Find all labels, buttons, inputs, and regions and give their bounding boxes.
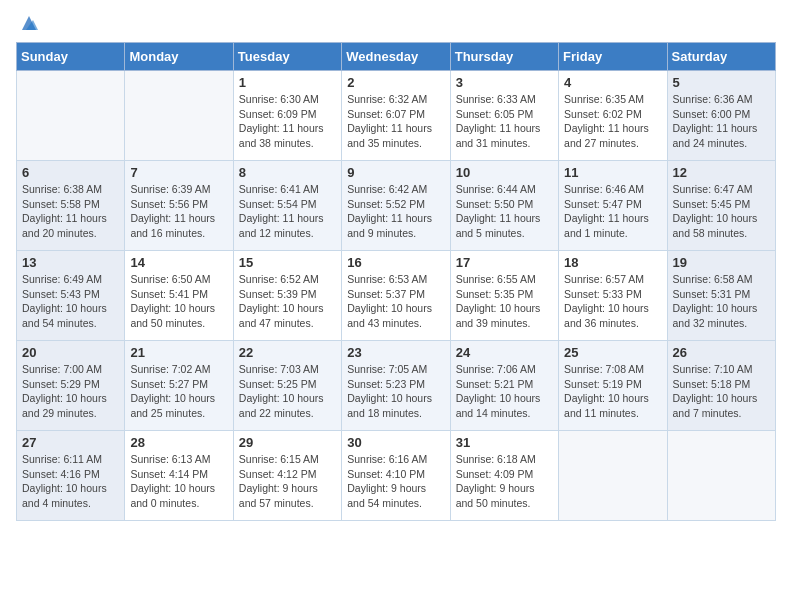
day-number: 14 xyxy=(130,255,227,270)
calendar-week-row: 20Sunrise: 7:00 AM Sunset: 5:29 PM Dayli… xyxy=(17,341,776,431)
calendar-cell: 5Sunrise: 6:36 AM Sunset: 6:00 PM Daylig… xyxy=(667,71,775,161)
day-number: 21 xyxy=(130,345,227,360)
calendar-cell: 17Sunrise: 6:55 AM Sunset: 5:35 PM Dayli… xyxy=(450,251,558,341)
day-info: Sunrise: 6:42 AM Sunset: 5:52 PM Dayligh… xyxy=(347,182,444,241)
calendar-cell: 13Sunrise: 6:49 AM Sunset: 5:43 PM Dayli… xyxy=(17,251,125,341)
day-info: Sunrise: 6:18 AM Sunset: 4:09 PM Dayligh… xyxy=(456,452,553,511)
day-info: Sunrise: 6:47 AM Sunset: 5:45 PM Dayligh… xyxy=(673,182,770,241)
day-info: Sunrise: 6:15 AM Sunset: 4:12 PM Dayligh… xyxy=(239,452,336,511)
calendar-cell: 3Sunrise: 6:33 AM Sunset: 6:05 PM Daylig… xyxy=(450,71,558,161)
calendar-cell: 7Sunrise: 6:39 AM Sunset: 5:56 PM Daylig… xyxy=(125,161,233,251)
calendar-cell: 20Sunrise: 7:00 AM Sunset: 5:29 PM Dayli… xyxy=(17,341,125,431)
day-number: 2 xyxy=(347,75,444,90)
day-info: Sunrise: 6:33 AM Sunset: 6:05 PM Dayligh… xyxy=(456,92,553,151)
calendar-cell: 27Sunrise: 6:11 AM Sunset: 4:16 PM Dayli… xyxy=(17,431,125,521)
calendar-cell: 18Sunrise: 6:57 AM Sunset: 5:33 PM Dayli… xyxy=(559,251,667,341)
day-info: Sunrise: 6:16 AM Sunset: 4:10 PM Dayligh… xyxy=(347,452,444,511)
calendar-cell xyxy=(667,431,775,521)
day-number: 4 xyxy=(564,75,661,90)
day-number: 7 xyxy=(130,165,227,180)
day-of-week-header: Tuesday xyxy=(233,43,341,71)
day-number: 1 xyxy=(239,75,336,90)
calendar-cell: 25Sunrise: 7:08 AM Sunset: 5:19 PM Dayli… xyxy=(559,341,667,431)
day-number: 17 xyxy=(456,255,553,270)
day-info: Sunrise: 7:02 AM Sunset: 5:27 PM Dayligh… xyxy=(130,362,227,421)
day-number: 5 xyxy=(673,75,770,90)
day-info: Sunrise: 6:55 AM Sunset: 5:35 PM Dayligh… xyxy=(456,272,553,331)
day-of-week-header: Wednesday xyxy=(342,43,450,71)
calendar-cell: 31Sunrise: 6:18 AM Sunset: 4:09 PM Dayli… xyxy=(450,431,558,521)
calendar-week-row: 13Sunrise: 6:49 AM Sunset: 5:43 PM Dayli… xyxy=(17,251,776,341)
calendar-cell: 2Sunrise: 6:32 AM Sunset: 6:07 PM Daylig… xyxy=(342,71,450,161)
calendar-cell: 16Sunrise: 6:53 AM Sunset: 5:37 PM Dayli… xyxy=(342,251,450,341)
day-number: 23 xyxy=(347,345,444,360)
calendar-cell: 8Sunrise: 6:41 AM Sunset: 5:54 PM Daylig… xyxy=(233,161,341,251)
calendar-cell: 23Sunrise: 7:05 AM Sunset: 5:23 PM Dayli… xyxy=(342,341,450,431)
day-info: Sunrise: 6:35 AM Sunset: 6:02 PM Dayligh… xyxy=(564,92,661,151)
day-info: Sunrise: 6:52 AM Sunset: 5:39 PM Dayligh… xyxy=(239,272,336,331)
calendar-cell: 11Sunrise: 6:46 AM Sunset: 5:47 PM Dayli… xyxy=(559,161,667,251)
calendar-cell: 6Sunrise: 6:38 AM Sunset: 5:58 PM Daylig… xyxy=(17,161,125,251)
calendar-cell: 26Sunrise: 7:10 AM Sunset: 5:18 PM Dayli… xyxy=(667,341,775,431)
day-number: 13 xyxy=(22,255,119,270)
calendar-cell: 29Sunrise: 6:15 AM Sunset: 4:12 PM Dayli… xyxy=(233,431,341,521)
calendar-cell: 19Sunrise: 6:58 AM Sunset: 5:31 PM Dayli… xyxy=(667,251,775,341)
calendar-cell xyxy=(125,71,233,161)
day-info: Sunrise: 6:39 AM Sunset: 5:56 PM Dayligh… xyxy=(130,182,227,241)
day-info: Sunrise: 6:13 AM Sunset: 4:14 PM Dayligh… xyxy=(130,452,227,511)
calendar-cell: 1Sunrise: 6:30 AM Sunset: 6:09 PM Daylig… xyxy=(233,71,341,161)
day-info: Sunrise: 6:49 AM Sunset: 5:43 PM Dayligh… xyxy=(22,272,119,331)
calendar-cell xyxy=(559,431,667,521)
day-info: Sunrise: 7:00 AM Sunset: 5:29 PM Dayligh… xyxy=(22,362,119,421)
calendar-cell: 10Sunrise: 6:44 AM Sunset: 5:50 PM Dayli… xyxy=(450,161,558,251)
day-info: Sunrise: 7:05 AM Sunset: 5:23 PM Dayligh… xyxy=(347,362,444,421)
day-info: Sunrise: 6:53 AM Sunset: 5:37 PM Dayligh… xyxy=(347,272,444,331)
day-number: 9 xyxy=(347,165,444,180)
calendar-cell: 12Sunrise: 6:47 AM Sunset: 5:45 PM Dayli… xyxy=(667,161,775,251)
calendar-cell: 22Sunrise: 7:03 AM Sunset: 5:25 PM Dayli… xyxy=(233,341,341,431)
day-number: 31 xyxy=(456,435,553,450)
day-info: Sunrise: 6:30 AM Sunset: 6:09 PM Dayligh… xyxy=(239,92,336,151)
day-number: 19 xyxy=(673,255,770,270)
day-of-week-header: Monday xyxy=(125,43,233,71)
logo xyxy=(16,16,40,34)
day-info: Sunrise: 6:32 AM Sunset: 6:07 PM Dayligh… xyxy=(347,92,444,151)
calendar-cell: 28Sunrise: 6:13 AM Sunset: 4:14 PM Dayli… xyxy=(125,431,233,521)
day-number: 20 xyxy=(22,345,119,360)
day-info: Sunrise: 7:03 AM Sunset: 5:25 PM Dayligh… xyxy=(239,362,336,421)
day-number: 27 xyxy=(22,435,119,450)
day-number: 15 xyxy=(239,255,336,270)
calendar-cell: 4Sunrise: 6:35 AM Sunset: 6:02 PM Daylig… xyxy=(559,71,667,161)
day-number: 25 xyxy=(564,345,661,360)
day-info: Sunrise: 7:06 AM Sunset: 5:21 PM Dayligh… xyxy=(456,362,553,421)
calendar-cell: 15Sunrise: 6:52 AM Sunset: 5:39 PM Dayli… xyxy=(233,251,341,341)
day-info: Sunrise: 6:41 AM Sunset: 5:54 PM Dayligh… xyxy=(239,182,336,241)
logo-icon xyxy=(18,12,40,34)
day-number: 26 xyxy=(673,345,770,360)
day-number: 29 xyxy=(239,435,336,450)
day-number: 22 xyxy=(239,345,336,360)
day-number: 6 xyxy=(22,165,119,180)
day-number: 8 xyxy=(239,165,336,180)
day-of-week-header: Friday xyxy=(559,43,667,71)
day-info: Sunrise: 6:57 AM Sunset: 5:33 PM Dayligh… xyxy=(564,272,661,331)
day-info: Sunrise: 6:11 AM Sunset: 4:16 PM Dayligh… xyxy=(22,452,119,511)
calendar-week-row: 6Sunrise: 6:38 AM Sunset: 5:58 PM Daylig… xyxy=(17,161,776,251)
day-number: 3 xyxy=(456,75,553,90)
calendar-cell: 14Sunrise: 6:50 AM Sunset: 5:41 PM Dayli… xyxy=(125,251,233,341)
day-info: Sunrise: 6:58 AM Sunset: 5:31 PM Dayligh… xyxy=(673,272,770,331)
day-number: 10 xyxy=(456,165,553,180)
day-info: Sunrise: 6:50 AM Sunset: 5:41 PM Dayligh… xyxy=(130,272,227,331)
day-of-week-header: Saturday xyxy=(667,43,775,71)
calendar-cell: 21Sunrise: 7:02 AM Sunset: 5:27 PM Dayli… xyxy=(125,341,233,431)
day-number: 30 xyxy=(347,435,444,450)
day-number: 24 xyxy=(456,345,553,360)
day-number: 16 xyxy=(347,255,444,270)
day-info: Sunrise: 6:36 AM Sunset: 6:00 PM Dayligh… xyxy=(673,92,770,151)
day-of-week-header: Sunday xyxy=(17,43,125,71)
calendar-cell xyxy=(17,71,125,161)
day-info: Sunrise: 7:08 AM Sunset: 5:19 PM Dayligh… xyxy=(564,362,661,421)
calendar-cell: 30Sunrise: 6:16 AM Sunset: 4:10 PM Dayli… xyxy=(342,431,450,521)
day-number: 18 xyxy=(564,255,661,270)
calendar-cell: 9Sunrise: 6:42 AM Sunset: 5:52 PM Daylig… xyxy=(342,161,450,251)
